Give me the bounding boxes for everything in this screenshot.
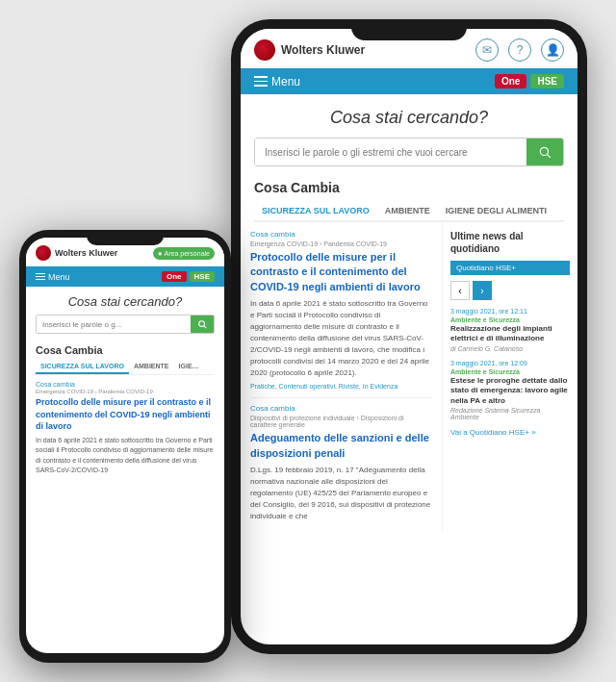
help-icon[interactable]: ? [508, 38, 531, 62]
lg-tabs: SICUREZZA SUL LAVORO AMBIENTE IGIENE DEG… [254, 201, 564, 222]
article-divider [250, 397, 432, 398]
sm-tab-igiene[interactable]: IGIE… [174, 360, 204, 374]
news-title-1[interactable]: Realizzazione degli impianti elettrici e… [450, 324, 570, 344]
news-author-1: di Carmelo G. Catanoso [450, 345, 570, 352]
sm-badge-one[interactable]: One [162, 271, 187, 282]
search-icon [538, 145, 552, 159]
article-1: Cosa cambia Emergenza COVID-19 › Pandemi… [250, 230, 432, 390]
sm-badge-hse[interactable]: HSE [190, 271, 215, 282]
sm-menu-label: Menu [48, 272, 70, 282]
hamburger-icon [254, 76, 268, 87]
sm-search-title: Cosa stai cercando? [36, 294, 215, 309]
article-1-category: Cosa cambia [250, 230, 432, 239]
badge-hse[interactable]: HSE [530, 74, 564, 88]
tab-ambiente[interactable]: AMBIENTE [377, 201, 438, 220]
lg-header-icons: ✉ ? 👤 [475, 38, 564, 62]
sm-article-breadcrumb: Emergenza COVID-19 › Pandemia COVID-19 [36, 389, 215, 394]
tab-sicurezza[interactable]: SICUREZZA SUL LAVORO [254, 201, 377, 222]
article-1-body: In data 6 aprile 2021 è stato sottoscrit… [250, 298, 432, 379]
lg-news-sidebar: Ultime news dal quotidiano Quotidiano HS… [443, 222, 578, 530]
sm-search-area: Cosa stai cercando? [26, 287, 224, 340]
sm-hamburger-icon [36, 273, 45, 280]
sm-cosa-cambia: Cosa Cambia SICUREZZA SUL LAVORO AMBIENT… [26, 340, 224, 375]
lg-nav: Menu One HSE [241, 68, 578, 94]
sm-search-icon [197, 319, 207, 329]
news-item-1: 3 maggio 2021, ore 12:11 Ambiente e Sicu… [450, 308, 570, 352]
sm-search-box [36, 315, 215, 334]
article-2-title[interactable]: Adeguamento delle sanzioni e delle dispo… [250, 431, 432, 461]
lg-search-area: Cosa stai cercando? [241, 94, 578, 176]
sm-search-input[interactable] [37, 316, 191, 333]
prev-arrow[interactable]: ‹ [450, 281, 470, 300]
notch-large [351, 19, 467, 40]
phone-small: Wolters Kluwer ● Area personale Menu One [19, 230, 231, 663]
sm-article-title[interactable]: Protocollo delle misure per il contrasto… [36, 396, 215, 433]
lg-search-input[interactable] [255, 139, 526, 165]
wk-globe-icon [254, 39, 275, 61]
menu-label: Menu [271, 75, 300, 88]
article-1-title[interactable]: Protocollo delle misure per il contrasto… [250, 250, 432, 294]
user-icon[interactable]: 👤 [541, 38, 564, 62]
screen-large: Wolters Kluwer ✉ ? 👤 Menu One [241, 29, 578, 644]
phone-large: Wolters Kluwer ✉ ? 👤 Menu One [231, 19, 587, 654]
news-cat-1: Ambiente e Sicurezza [450, 316, 570, 323]
sm-tabs: SICUREZZA SUL LAVORO AMBIENTE IGIE… [36, 360, 215, 375]
news-cat-2: Ambiente e Sicurezza [450, 368, 570, 375]
nav-badges: One HSE [495, 74, 564, 88]
article-1-tags: Pratiche, Contenuti operativi, Riviste, … [250, 383, 432, 390]
lg-cosa-cambia: Cosa Cambia SICUREZZA SUL LAVORO AMBIENT… [241, 176, 578, 222]
svg-point-2 [199, 321, 205, 327]
lg-section-title: Cosa Cambia [254, 180, 564, 195]
svg-point-0 [540, 147, 548, 155]
lg-menu-button[interactable]: Menu [254, 75, 300, 88]
article-2-body: D.Lgs. 19 febbraio 2019, n. 17 "Adeguame… [250, 465, 432, 522]
sm-area-button[interactable]: ● Area personale [153, 247, 215, 260]
vai-link[interactable]: Vai a Quotidiano HSE+ » [450, 428, 570, 437]
news-sidebar-title: Ultime news dal quotidiano [450, 230, 570, 255]
news-author-2: Redazione Sistema Sicurezza Ambiente [450, 407, 570, 420]
article-2-breadcrumb: Dispositivi di protezione individuale › … [250, 415, 432, 428]
news-title-2[interactable]: Estese le proroghe dettate dallo stato d… [450, 376, 570, 406]
article-2: Cosa cambia Dispositivi di protezione in… [250, 404, 432, 522]
article-2-category: Cosa cambia [250, 404, 432, 413]
svg-line-1 [548, 155, 551, 158]
news-date-2: 3 maggio 2021, ore 12:09 [450, 360, 570, 366]
mail-icon[interactable]: ✉ [475, 38, 499, 62]
next-arrow[interactable]: › [473, 281, 492, 300]
lg-search-box [254, 138, 564, 166]
notch-small [87, 230, 164, 245]
svg-line-3 [204, 326, 206, 328]
tab-igiene[interactable]: IGIENE DEGLI ALIMENTI [438, 201, 554, 220]
sm-tab-sicurezza[interactable]: SICUREZZA SUL LAVORO [36, 360, 129, 374]
sm-area-label: Area personale [165, 250, 210, 257]
sm-tab-ambiente[interactable]: AMBIENTE [129, 360, 174, 374]
lg-logo: Wolters Kluwer [254, 39, 365, 61]
lg-articles: Cosa cambia Emergenza COVID-19 › Pandemi… [241, 222, 443, 530]
lg-search-title: Cosa stai cercando? [254, 108, 564, 128]
lg-logo-text: Wolters Kluwer [281, 43, 365, 57]
sm-section-title: Cosa Cambia [36, 344, 215, 356]
lg-content-area: Cosa cambia Emergenza COVID-19 › Pandemi… [241, 222, 578, 530]
sm-area-icon: ● [158, 249, 163, 258]
lg-search-button[interactable] [526, 139, 563, 165]
sm-articles: Cosa cambia Emergenza COVID-19 › Pandemi… [26, 375, 224, 482]
sm-menu-button[interactable]: Menu [36, 272, 70, 282]
sm-nav: Menu One HSE [26, 266, 224, 287]
article-1-breadcrumb: Emergenza COVID-19 › Pandemia COVID-19 [250, 240, 432, 247]
news-date-1: 3 maggio 2021, ore 12:11 [450, 308, 570, 315]
quotidiano-badge[interactable]: Quotidiano HSE+ [450, 261, 570, 275]
sm-article-body: In data 6 aprile 2021 è stato sottoscrit… [36, 436, 215, 476]
badge-one[interactable]: One [495, 74, 526, 88]
nav-arrows: ‹ › [450, 281, 570, 300]
screen-small: Wolters Kluwer ● Area personale Menu One [26, 238, 224, 653]
sm-nav-badges: One HSE [162, 271, 215, 282]
phone-container: Wolters Kluwer ✉ ? 👤 Menu One [0, 0, 616, 682]
sm-wk-globe-icon [36, 245, 51, 261]
sm-logo: Wolters Kluwer [36, 245, 117, 261]
sm-logo-text: Wolters Kluwer [55, 248, 117, 258]
sm-article-category: Cosa cambia [36, 381, 215, 388]
sm-search-button[interactable] [191, 316, 214, 333]
news-item-2: 3 maggio 2021, ore 12:09 Ambiente e Sicu… [450, 360, 570, 420]
